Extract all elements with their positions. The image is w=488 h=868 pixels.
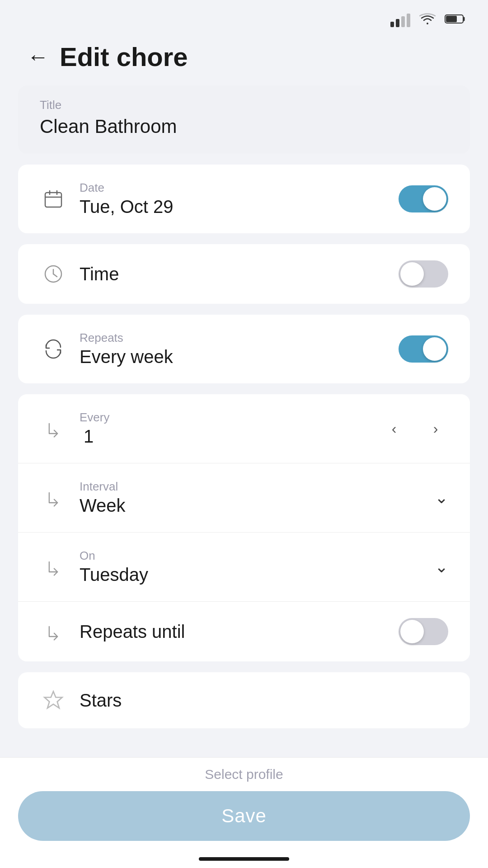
signal-icon (390, 13, 410, 27)
date-text: Date Tue, Oct 29 (80, 181, 386, 217)
stars-row[interactable]: Stars (18, 672, 470, 728)
wifi-icon (419, 13, 436, 27)
stars-card: Stars (18, 672, 470, 728)
home-indicator (199, 857, 289, 861)
svg-rect-2 (45, 193, 61, 207)
repeat-icon (40, 338, 67, 360)
interval-label: Interval (80, 480, 422, 494)
repeats-until-text: Repeats until (80, 622, 386, 642)
every-label: Every (80, 410, 369, 425)
interval-chevron-icon[interactable]: ⌄ (435, 488, 448, 507)
redirect-icon-on (40, 557, 67, 577)
every-prev-button[interactable]: ‹ (381, 416, 407, 441)
time-row[interactable]: Time (18, 244, 470, 304)
title-label: Title (40, 98, 448, 112)
date-card: Date Tue, Oct 29 (18, 165, 470, 233)
interval-row[interactable]: Interval Week ⌄ (18, 463, 470, 533)
date-row[interactable]: Date Tue, Oct 29 (18, 165, 470, 233)
repeats-until-row[interactable]: Repeats until (18, 602, 470, 661)
redirect-icon-until (40, 622, 67, 642)
repeats-row[interactable]: Repeats Every week (18, 315, 470, 383)
save-button[interactable]: Save (18, 791, 470, 841)
on-label: On (80, 549, 422, 563)
header: ← Edit chore (0, 33, 488, 85)
stars-text: Stars (80, 690, 448, 711)
repeats-label: Repeats (80, 331, 386, 345)
stars-value: Stars (80, 690, 448, 711)
every-row[interactable]: Every 1 ‹ › (18, 394, 470, 463)
select-profile-label: Select profile (18, 767, 470, 782)
time-text: Time (80, 264, 386, 284)
every-value: 1 (80, 426, 98, 447)
repeats-until-value: Repeats until (80, 622, 386, 642)
time-card: Time (18, 244, 470, 304)
date-toggle[interactable] (399, 185, 448, 212)
back-button[interactable]: ← (27, 46, 49, 68)
on-text: On Tuesday (80, 549, 422, 585)
svg-rect-1 (446, 16, 457, 22)
every-text: Every 1 (80, 410, 369, 447)
status-bar (0, 0, 488, 33)
repeats-text: Repeats Every week (80, 331, 386, 367)
interval-value: Week (80, 495, 422, 516)
battery-icon (445, 14, 466, 26)
clock-icon (40, 263, 67, 285)
title-value: Clean Bathroom (40, 116, 448, 137)
star-icon (40, 689, 67, 712)
repeats-value: Every week (80, 347, 386, 367)
time-toggle[interactable] (399, 260, 448, 288)
title-field[interactable]: Title Clean Bathroom (18, 85, 470, 154)
redirect-icon-every (40, 419, 67, 439)
svg-marker-9 (45, 692, 62, 708)
repeats-toggle[interactable] (399, 335, 448, 363)
calendar-icon (40, 188, 67, 210)
date-value: Tue, Oct 29 (80, 197, 386, 217)
on-value: Tuesday (80, 565, 422, 585)
bottom-area: Select profile Save (0, 757, 488, 868)
date-label: Date (80, 181, 386, 195)
on-row[interactable]: On Tuesday ⌄ (18, 533, 470, 602)
repeats-until-toggle[interactable] (399, 618, 448, 645)
interval-text: Interval Week (80, 480, 422, 516)
page-title: Edit chore (60, 42, 188, 72)
stepper: ‹ › (381, 416, 448, 441)
every-next-button[interactable]: › (423, 416, 448, 441)
time-value: Time (80, 264, 386, 284)
repeats-card: Repeats Every week (18, 315, 470, 383)
repeat-settings-card: Every 1 ‹ › Interval Week ⌄ (18, 394, 470, 661)
svg-line-8 (53, 274, 57, 277)
on-chevron-icon[interactable]: ⌄ (435, 557, 448, 576)
redirect-icon-interval (40, 488, 67, 508)
